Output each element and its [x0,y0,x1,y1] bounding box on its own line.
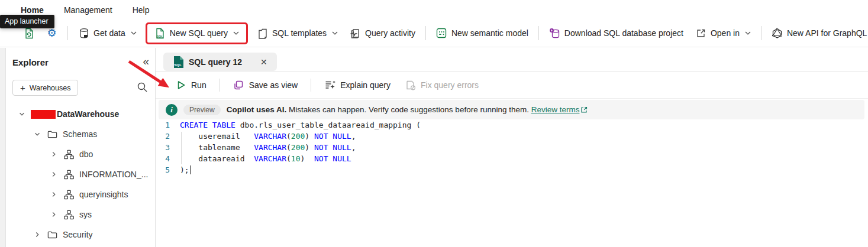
chevron-right-icon[interactable] [50,191,58,198]
tree-item-information-[interactable]: INFORMATION_... [6,164,155,184]
query-activity-button[interactable]: Query activity [344,24,421,43]
tree-item-security[interactable]: Security [6,225,155,245]
sql-code-editor[interactable]: 1CREATE TABLE dbo.rls_user_table_dataare… [156,119,868,247]
tree-item-label: DataWarehouse [57,109,119,119]
chevron-down-icon [332,31,338,35]
run-label: Run [191,80,206,90]
top-menu-bar: Home Management Help [0,0,868,20]
open-external-icon [695,28,706,39]
plus-icon: + [20,83,25,92]
run-button[interactable]: Run [169,76,212,95]
code-text: ); [180,165,191,174]
chevron-down-icon[interactable] [18,110,26,118]
new-sql-query-highlight-annotation: SQL New SQL query [146,22,248,44]
code-line-2[interactable]: 2 useremail VARCHAR(200) NOT NULL, [156,131,868,142]
tree-item-queryinsights[interactable]: queryinsights [6,184,155,204]
code-line-4[interactable]: 4 dataareaid VARCHAR(10) NOT NULL [156,153,868,164]
left-rail [0,48,6,247]
query-activity-label: Query activity [365,28,415,38]
save-as-view-icon [233,80,244,91]
warehouses-button-label: Warehouses [30,84,71,92]
toolbar-divider [67,26,68,40]
menu-management[interactable]: Management [64,5,112,15]
new-sql-query-button[interactable]: SQL New SQL query [149,24,244,43]
code-line-3[interactable]: 3 tablename VARCHAR(200) NOT NULL, [156,142,868,153]
semantic-model-icon [436,28,447,39]
new-semantic-model-label: New semantic model [451,28,528,38]
line-number: 3 [159,143,170,152]
schema-icon [63,148,75,160]
tab-title: SQL query 12 [189,57,242,67]
download-sql-db-project-button[interactable]: Download SQL database project [544,24,689,43]
chevron-right-icon[interactable] [50,211,58,218]
gear-icon: ⚙ [46,28,57,39]
object-tree: DataWarehouseSchemasdboINFORMATION_...qu… [6,104,155,245]
query-toolbar: Run Save as view Explain query Fix query… [156,72,868,99]
chevron-right-icon[interactable] [33,231,41,238]
sql-templates-label: SQL templates [272,28,327,38]
folder-icon [46,229,58,240]
search-icon[interactable] [137,82,148,93]
review-terms-link[interactable]: Review terms [531,105,588,114]
svg-text:SQL: SQL [174,62,182,66]
explain-query-icon [324,80,335,91]
chevron-down-icon [233,31,239,35]
tree-item-datawarehouse[interactable]: DataWarehouse [6,104,155,124]
get-data-button[interactable]: Get data [73,24,142,43]
toolbar-divider [425,26,426,40]
toolbar-divider [761,26,761,40]
schema-icon [63,209,75,220]
copilot-preview-banner: i Preview Copilot uses AI. Mistakes can … [159,100,864,119]
save-as-view-button[interactable]: Save as view [227,76,304,95]
external-link-icon [580,106,588,113]
add-warehouses-button[interactable]: + Warehouses [12,80,78,96]
refresh-icon [23,28,34,39]
code-line-5[interactable]: 5); [156,164,868,176]
save-as-view-label: Save as view [249,80,298,90]
indent-guide [181,132,182,164]
open-in-label: Open in [711,28,740,38]
new-semantic-model-button[interactable]: New semantic model [431,24,534,43]
tab-bar: SQL SQL query 12 ✕ [156,49,868,72]
schema-icon [63,168,75,180]
tree-item-label: sys [79,210,92,219]
toolbar-divider [538,26,539,40]
fix-query-errors-button[interactable]: Fix query errors [399,76,485,95]
explain-query-button[interactable]: Explain query [318,76,396,95]
toolbar-divider [220,79,220,92]
tree-item-sys[interactable]: sys [6,204,155,225]
chevron-down-icon [131,31,137,35]
code-line-1[interactable]: 1CREATE TABLE dbo.rls_user_table_dataare… [156,119,868,131]
explorer-panel: Explorer « + Warehouses DataWarehouseSch… [6,48,156,247]
download-sql-db-project-label: Download SQL database project [564,28,683,38]
open-in-button[interactable]: Open in [690,24,756,43]
sql-query-file-icon: SQL [173,56,183,68]
tab-sql-query-12[interactable]: SQL SQL query 12 ✕ [163,53,277,71]
explorer-title: Explorer [12,57,49,67]
ribbon-toolbar: ⚙ Get data SQL New SQL query SQL templat… [0,20,868,47]
toolbar-divider [311,79,311,92]
line-number: 5 [159,165,170,174]
tree-item-dbo[interactable]: dbo [6,144,155,164]
menu-home[interactable]: Home [21,5,44,15]
svg-text:SQL: SQL [157,34,164,38]
chevron-down-icon[interactable] [33,131,41,138]
run-icon [175,80,186,91]
banner-text: Copilot uses AI. Mistakes can happen. Ve… [227,105,588,114]
menu-help[interactable]: Help [133,5,150,15]
close-icon[interactable]: ✕ [260,57,267,67]
chevron-right-icon[interactable] [50,171,58,178]
collapse-panel-icon[interactable]: « [143,55,149,68]
new-api-graphql-label: New API for GraphQL [787,28,867,38]
code-text: useremail VARCHAR(200) NOT NULL, [180,132,356,141]
new-api-graphql-button[interactable]: New API for GraphQL [766,24,868,43]
code-text: CREATE TABLE dbo.rls_user_table_dataarea… [180,121,421,129]
tree-item-schemas[interactable]: Schemas [6,124,155,144]
folder-icon [46,128,58,140]
sql-templates-button[interactable]: SQL templates [251,24,343,43]
tree-item-label: Schemas [63,129,97,139]
sql-file-icon: SQL [154,28,166,39]
code-text: tablename VARCHAR(200) NOT NULL, [180,143,356,152]
tree-item-label: dbo [79,150,93,159]
chevron-right-icon[interactable] [50,151,58,158]
